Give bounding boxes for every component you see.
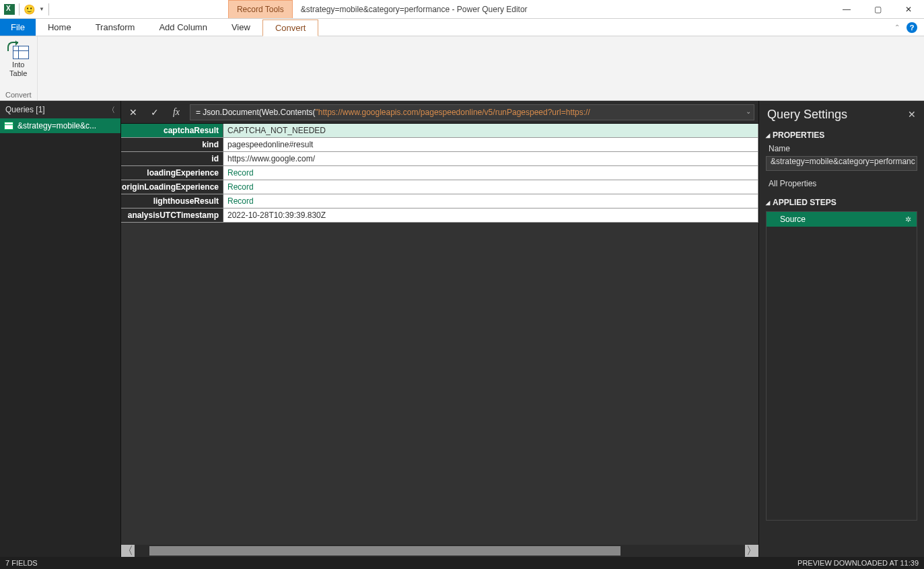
- expand-formula-icon[interactable]: ⌄: [746, 108, 751, 115]
- center-fill: [121, 223, 758, 545]
- record-row[interactable]: idhttps://www.google.com/: [121, 152, 758, 166]
- queries-header: Queries [1] 〈: [0, 101, 120, 118]
- properties-header[interactable]: ◢ PROPERTIES: [759, 128, 924, 143]
- cancel-formula-icon[interactable]: ✕: [125, 104, 141, 120]
- scroll-track[interactable]: [135, 546, 745, 556]
- record-key: id: [121, 152, 223, 165]
- record-value: https://www.google.com/: [223, 152, 758, 165]
- applied-steps-header[interactable]: ◢ APPLIED STEPS: [759, 195, 924, 210]
- separator: [19, 3, 20, 15]
- applied-steps-label: APPLIED STEPS: [773, 198, 837, 207]
- excel-icon: [4, 4, 15, 15]
- queries-pane: Queries [1] 〈 &strategy=mobile&c...: [0, 101, 121, 557]
- ribbon-body: Into Table Convert: [0, 36, 924, 101]
- queries-list: &strategy=mobile&c...: [0, 118, 120, 133]
- quick-access-toolbar: 🙂 ▼: [0, 3, 53, 15]
- query-item-label: &strategy=mobile&c...: [17, 121, 96, 130]
- name-input[interactable]: &strategy=mobile&category=performanc: [766, 156, 917, 171]
- into-table-icon: [7, 40, 29, 59]
- record-row[interactable]: captchaResultCAPTCHA_NOT_NEEDED: [121, 124, 758, 138]
- collapse-queries-icon[interactable]: 〈: [108, 105, 115, 115]
- record-key: loadingExperience: [121, 166, 223, 180]
- steps-list: Source✲: [766, 211, 917, 521]
- record-row[interactable]: lighthouseResultRecord: [121, 194, 758, 208]
- ribbon-tabs: File Home Transform Add Column View Conv…: [0, 19, 924, 36]
- tab-view[interactable]: View: [219, 19, 262, 36]
- into-table-button[interactable]: Into Table: [7, 39, 29, 77]
- tab-convert[interactable]: Convert: [262, 20, 319, 36]
- separator: [48, 3, 49, 15]
- record-key: kind: [121, 138, 223, 151]
- all-properties-link[interactable]: All Properties: [759, 175, 924, 195]
- scroll-left-icon[interactable]: 〈: [121, 545, 135, 557]
- tab-transform[interactable]: Transform: [83, 19, 147, 36]
- query-settings-pane: Query Settings ✕ ◢ PROPERTIES Name &stra…: [758, 101, 924, 557]
- record-value[interactable]: Record: [223, 194, 758, 208]
- disclosure-icon: ◢: [766, 132, 770, 139]
- record-row[interactable]: originLoadingExperienceRecord: [121, 180, 758, 194]
- table-icon: [4, 122, 13, 130]
- formula-url: https://www.googleapis.com/pagespeedonli…: [318, 108, 590, 117]
- tab-file[interactable]: File: [0, 19, 36, 36]
- record-row[interactable]: analysisUTCTimestamp2022-10-28T10:39:39.…: [121, 208, 758, 223]
- record-value: CAPTCHA_NOT_NEEDED: [223, 124, 758, 137]
- disclosure-icon: ◢: [766, 200, 770, 206]
- formula-bar: ✕ ✓ fx = Json.Document(Web.Contents("htt…: [121, 101, 758, 124]
- horizontal-scrollbar[interactable]: 〈 〉: [121, 545, 758, 557]
- record-value: pagespeedonline#result: [223, 138, 758, 151]
- close-button[interactable]: ✕: [893, 0, 924, 18]
- context-tab-record-tools: Record Tools: [228, 0, 293, 18]
- help-icon[interactable]: ?: [907, 22, 917, 33]
- status-left: 7 FIELDS: [5, 559, 38, 567]
- record-value[interactable]: Record: [223, 166, 758, 180]
- record-row[interactable]: loadingExperienceRecord: [121, 166, 758, 180]
- name-label: Name: [759, 143, 924, 155]
- record-key: analysisUTCTimestamp: [121, 208, 223, 222]
- formula-input[interactable]: = Json.Document(Web.Contents("https://ww…: [190, 104, 754, 120]
- collapse-ribbon-icon[interactable]: ⌃: [894, 24, 900, 31]
- scroll-right-icon[interactable]: 〉: [745, 545, 758, 557]
- fx-icon[interactable]: fx: [168, 104, 184, 120]
- record-key: originLoadingExperience: [121, 180, 223, 194]
- ribbon-group-name: Convert: [5, 91, 32, 99]
- record-row[interactable]: kindpagespeedonline#result: [121, 138, 758, 152]
- center-area: ✕ ✓ fx = Json.Document(Web.Contents("htt…: [121, 101, 758, 557]
- status-right: PREVIEW DOWNLOADED AT 11:39: [797, 559, 919, 567]
- tab-home[interactable]: Home: [36, 19, 83, 36]
- smiley-icon[interactable]: 🙂: [24, 4, 35, 15]
- settings-title: Query Settings: [767, 108, 847, 122]
- record-grid: captchaResultCAPTCHA_NOT_NEEDEDkindpages…: [121, 124, 758, 223]
- minimize-button[interactable]: —: [831, 0, 862, 18]
- into-table-label: Into Table: [9, 61, 27, 77]
- step-label: Source: [780, 215, 806, 224]
- maximize-button[interactable]: ▢: [862, 0, 893, 18]
- gear-icon[interactable]: ✲: [905, 215, 911, 224]
- settings-header: Query Settings ✕: [759, 101, 924, 128]
- queries-header-label: Queries [1]: [5, 105, 45, 114]
- statusbar: 7 FIELDS PREVIEW DOWNLOADED AT 11:39: [0, 557, 924, 569]
- properties-label: PROPERTIES: [773, 130, 824, 140]
- record-key: lighthouseResult: [121, 194, 223, 208]
- scroll-thumb[interactable]: [149, 546, 620, 556]
- close-settings-icon[interactable]: ✕: [908, 109, 916, 120]
- window-title: &strategy=mobile&category=performance - …: [301, 5, 831, 14]
- workspace: Queries [1] 〈 &strategy=mobile&c... ✕ ✓ …: [0, 101, 924, 557]
- query-item[interactable]: &strategy=mobile&c...: [0, 118, 120, 133]
- window-controls: — ▢ ✕: [831, 0, 924, 18]
- record-key: captchaResult: [121, 124, 223, 137]
- record-value[interactable]: Record: [223, 180, 758, 194]
- step-item[interactable]: Source✲: [767, 212, 917, 227]
- commit-formula-icon[interactable]: ✓: [147, 104, 163, 120]
- qat-dropdown-icon[interactable]: ▼: [39, 6, 44, 12]
- tab-add-column[interactable]: Add Column: [147, 19, 219, 36]
- formula-prefix: = Json.Document(Web.Contents(: [196, 108, 316, 117]
- titlebar: 🙂 ▼ Record Tools &strategy=mobile&catego…: [0, 0, 924, 19]
- record-value: 2022-10-28T10:39:39.830Z: [223, 208, 758, 222]
- ribbon-group-convert: Into Table Convert: [0, 36, 38, 100]
